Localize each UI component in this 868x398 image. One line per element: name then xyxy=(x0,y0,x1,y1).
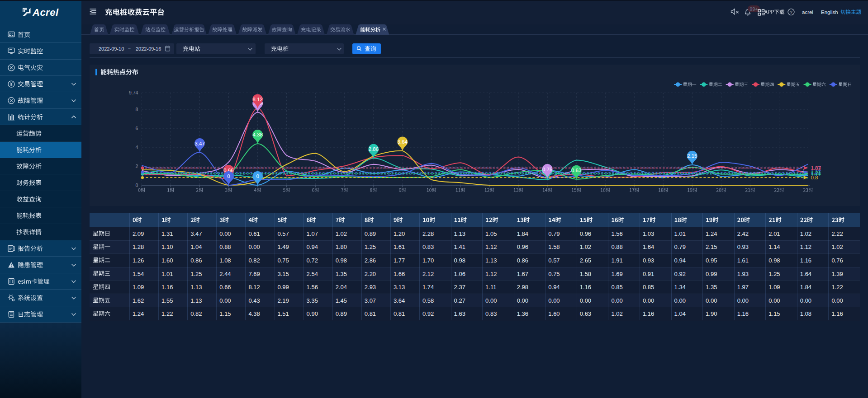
svg-text:0.75: 0.75 xyxy=(542,167,552,172)
svg-text:8.12: 8.12 xyxy=(252,97,262,102)
svg-text:9.74: 9.74 xyxy=(129,90,138,95)
svg-text:?: ? xyxy=(790,9,792,14)
svg-text:0: 0 xyxy=(136,183,138,188)
svg-text:4: 4 xyxy=(136,145,138,150)
svg-text:2: 2 xyxy=(136,164,138,169)
svg-text:3.64: 3.64 xyxy=(398,139,408,145)
svg-text:2.86: 2.86 xyxy=(369,146,379,152)
svg-text:2022-09-16: 2022-09-16 xyxy=(136,46,161,52)
svg-text:6: 6 xyxy=(136,126,138,131)
svg-text:8: 8 xyxy=(136,107,138,112)
svg-text:0: 0 xyxy=(227,173,230,179)
svg-text:2.15: 2.15 xyxy=(687,153,697,159)
svg-text:~: ~ xyxy=(128,46,131,52)
svg-text:4.38: 4.38 xyxy=(252,132,262,137)
svg-text:3.47: 3.47 xyxy=(194,141,204,146)
svg-text:2022-09-10: 2022-09-10 xyxy=(99,46,124,52)
svg-text:0: 0 xyxy=(256,173,259,179)
svg-text:0.8: 0.8 xyxy=(811,175,818,180)
svg-text:0.63: 0.63 xyxy=(571,168,581,173)
svg-text:99+: 99+ xyxy=(750,6,758,12)
